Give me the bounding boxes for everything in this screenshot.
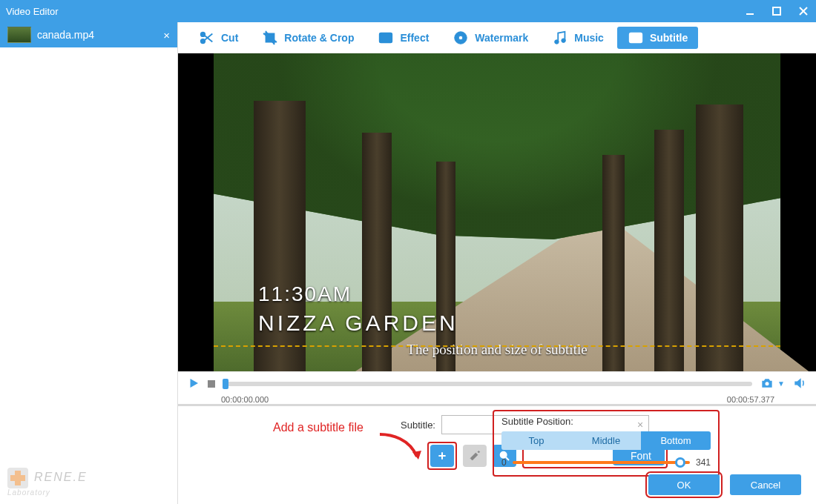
- effect-icon: [378, 30, 394, 46]
- subtitle-position-panel: Subtitle Position: Top Middle Bottom 0 3…: [493, 410, 720, 477]
- svg-rect-1: [773, 7, 780, 15]
- slider-min: 0: [501, 457, 507, 468]
- seek-handle[interactable]: [223, 379, 228, 389]
- brand-logo: RENE.E Laboratory: [7, 468, 88, 497]
- title-bar: Video Editor: [0, 0, 816, 22]
- svg-point-5: [201, 39, 205, 43]
- logo-icon: [7, 468, 28, 488]
- svg-point-10: [459, 36, 464, 40]
- position-top[interactable]: Top: [501, 431, 571, 450]
- svg-point-12: [562, 38, 566, 42]
- tab-music[interactable]: Music: [542, 27, 614, 49]
- minimize-button[interactable]: [743, 4, 757, 18]
- svg-point-16: [766, 382, 769, 385]
- tab-subtitle[interactable]: Subtitle: [617, 27, 698, 49]
- subtitle-label: Subtitle:: [401, 420, 435, 431]
- subtitle-settings-panel: Add a subtitle file Subtitle: ×: [178, 404, 816, 504]
- close-file-icon[interactable]: ×: [163, 29, 170, 42]
- maximize-button[interactable]: [770, 4, 783, 18]
- position-bottom[interactable]: Bottom: [641, 431, 711, 450]
- position-slider[interactable]: [513, 461, 690, 464]
- tab-watermark[interactable]: Watermark: [442, 27, 539, 49]
- close-window-button[interactable]: [797, 4, 810, 18]
- position-label: Subtitle Position:: [501, 416, 711, 427]
- slider-max: 341: [696, 457, 711, 468]
- svg-point-11: [555, 39, 559, 44]
- tab-rotate-crop[interactable]: Rotate & Crop: [251, 27, 364, 49]
- watermark-icon: [453, 30, 469, 46]
- total-time: 00:00:57.377: [727, 395, 774, 404]
- cancel-button[interactable]: Cancel: [730, 474, 801, 495]
- tab-effect[interactable]: Effect: [367, 27, 439, 49]
- playback-bar: ▼: [178, 371, 816, 395]
- snapshot-button[interactable]: [760, 376, 774, 392]
- svg-point-4: [201, 32, 205, 36]
- tab-cut[interactable]: Cut: [188, 27, 249, 49]
- video-overlay-text: 11:30AM NIZZA GARDEN: [258, 282, 458, 336]
- annotation-text: Add a subtitle file: [273, 421, 363, 434]
- crop-icon: [262, 30, 278, 46]
- edit-subtitle-button[interactable]: [463, 445, 487, 467]
- music-icon: [552, 30, 568, 46]
- annotation-arrow-icon: [377, 431, 426, 468]
- subtitle-preview-text: The position and size of subtitle: [407, 342, 587, 358]
- editor-toolbar: Cut Rotate & Crop Effect Watermark Music…: [178, 22, 816, 53]
- position-middle[interactable]: Middle: [571, 431, 641, 450]
- file-sidebar: canada.mp4 × RENE.E Laboratory: [0, 22, 178, 504]
- volume-button[interactable]: [792, 376, 807, 392]
- video-preview: 11:30AM NIZZA GARDEN The position and si…: [178, 53, 816, 371]
- subtitle-icon: [628, 30, 644, 46]
- play-button[interactable]: [187, 377, 200, 391]
- svg-rect-13: [630, 33, 642, 42]
- seek-bar[interactable]: [223, 382, 752, 386]
- snapshot-dropdown-icon[interactable]: ▼: [777, 379, 785, 388]
- window-title: Video Editor: [6, 6, 59, 17]
- file-thumbnail: [7, 27, 31, 43]
- file-tab[interactable]: canada.mp4 ×: [0, 22, 177, 47]
- current-time: 00:00:00.000: [221, 395, 269, 404]
- scissors-icon: [199, 30, 215, 46]
- add-subtitle-button[interactable]: [430, 445, 454, 467]
- stop-button[interactable]: [208, 380, 215, 388]
- slider-handle[interactable]: [675, 457, 685, 468]
- subtitle-region-guide[interactable]: [214, 345, 780, 348]
- file-name: canada.mp4: [37, 29, 94, 41]
- ok-button[interactable]: OK: [648, 474, 720, 495]
